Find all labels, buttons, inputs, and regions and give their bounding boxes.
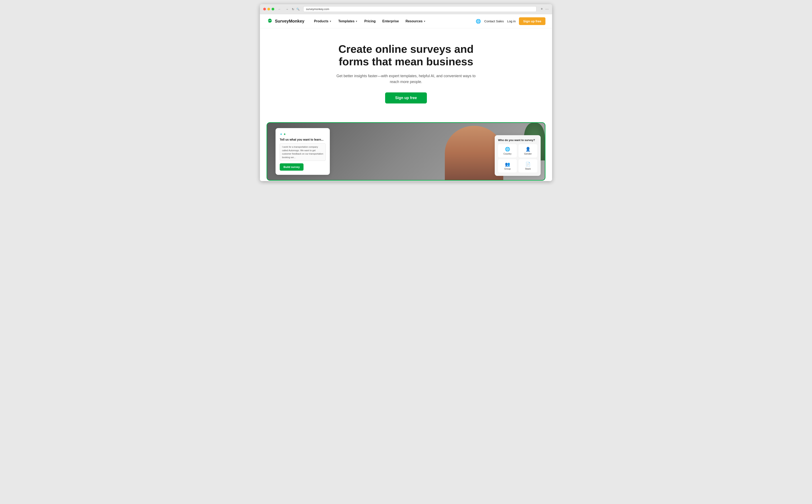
svg-point-1 (269, 20, 270, 21)
survey-panel: Who do you want to survey? 🌐 Country 👤 G… (495, 135, 541, 176)
survey-option-gender[interactable]: 👤 Gender (519, 144, 537, 157)
survey-option-group[interactable]: 👥 Group (498, 159, 517, 173)
hero-title: Create online surveys and forms that mea… (322, 43, 490, 68)
svg-point-2 (270, 20, 271, 21)
nav-item-pricing[interactable]: Pricing (361, 18, 378, 25)
minimize-window-button[interactable] (267, 8, 270, 10)
svg-point-0 (269, 20, 269, 21)
maximize-window-button[interactable] (271, 8, 274, 10)
nav-products-label: Products (314, 19, 328, 23)
nav-right-actions: 🌐 Contact Sales Log in Sign up free (476, 17, 546, 25)
person-silhouette (445, 126, 503, 180)
resources-chevron-icon: ▼ (423, 20, 426, 23)
survey-options-grid: 🌐 Country 👤 Gender 👥 Group 📄 (498, 144, 537, 173)
language-globe-icon[interactable]: 🌐 (476, 19, 481, 24)
ai-panel: ✦ ✦ Tell us what you want to learn... I … (275, 128, 330, 175)
nav-item-enterprise[interactable]: Enterprise (379, 18, 401, 25)
ai-star-icon-1: ✦ (280, 132, 282, 136)
ai-textarea-content[interactable]: I work for a transportation company call… (280, 143, 326, 161)
ai-panel-title: Tell us what you want to learn... (280, 138, 326, 141)
nav-links: Products ▼ Templates ▼ Pricing Enterpris… (311, 18, 476, 25)
browser-titlebar: ← → ↻ 🔍 surveymonkey.com + ··· (260, 4, 552, 14)
refresh-button[interactable]: ↻ (292, 8, 294, 11)
logo-text: SurveyMonkey (275, 19, 304, 24)
back-button[interactable]: ← (277, 7, 282, 11)
nav-enterprise-label: Enterprise (382, 19, 399, 23)
browser-menu-button[interactable]: ··· (546, 7, 549, 11)
close-window-button[interactable] (263, 8, 266, 10)
nav-item-products[interactable]: Products ▼ (311, 18, 334, 25)
nav-pricing-label: Pricing (364, 19, 375, 23)
address-search-icon: 🔍 (296, 8, 299, 11)
survey-option-stack[interactable]: 📄 Stack (519, 159, 537, 173)
logo-link[interactable]: SurveyMonkey (266, 18, 304, 24)
templates-chevron-icon: ▼ (355, 20, 357, 23)
country-globe-icon: 🌐 (500, 147, 515, 152)
website-content: SurveyMonkey Products ▼ Templates ▼ Pric… (260, 14, 552, 181)
stack-label: Stack (520, 168, 536, 170)
browser-window-controls (263, 8, 274, 10)
forward-button[interactable]: → (284, 7, 290, 11)
group-label: Group (500, 168, 515, 170)
login-link[interactable]: Log in (507, 19, 516, 23)
contact-sales-link[interactable]: Contact Sales (484, 19, 504, 23)
new-tab-button[interactable]: + (541, 7, 543, 11)
gender-label: Gender (520, 152, 536, 155)
logo-icon (266, 18, 273, 24)
products-chevron-icon: ▼ (329, 20, 332, 23)
demo-section: ✦ ✦ Tell us what you want to learn... I … (260, 122, 552, 181)
signup-button[interactable]: Sign up free (519, 17, 546, 25)
site-navigation: SurveyMonkey Products ▼ Templates ▼ Pric… (260, 14, 552, 28)
address-bar[interactable]: surveymonkey.com (303, 6, 537, 12)
group-icon: 👥 (500, 162, 515, 167)
country-label: Country (500, 152, 515, 155)
hero-subtitle: Get better insights faster—with expert t… (335, 73, 477, 85)
browser-navigation: ← → ↻ 🔍 (277, 7, 301, 11)
gender-person-icon: 👤 (520, 147, 536, 152)
demo-container: ✦ ✦ Tell us what you want to learn... I … (266, 122, 546, 181)
hero-signup-button[interactable]: Sign up free (385, 92, 427, 103)
survey-panel-title: Who do you want to survey? (498, 139, 537, 142)
ai-star-icon-2: ✦ (283, 132, 286, 136)
nav-resources-label: Resources (405, 19, 423, 23)
nav-item-templates[interactable]: Templates ▼ (335, 18, 360, 25)
url-text: surveymonkey.com (306, 8, 329, 11)
survey-option-country[interactable]: 🌐 Country (498, 144, 517, 157)
nav-templates-label: Templates (338, 19, 354, 23)
nav-item-resources[interactable]: Resources ▼ (402, 18, 429, 25)
build-survey-button[interactable]: Build survey (280, 163, 303, 171)
stack-icon: 📄 (520, 162, 536, 167)
hero-section: Create online surveys and forms that mea… (260, 28, 552, 114)
ai-stars-decoration: ✦ ✦ (280, 132, 326, 136)
